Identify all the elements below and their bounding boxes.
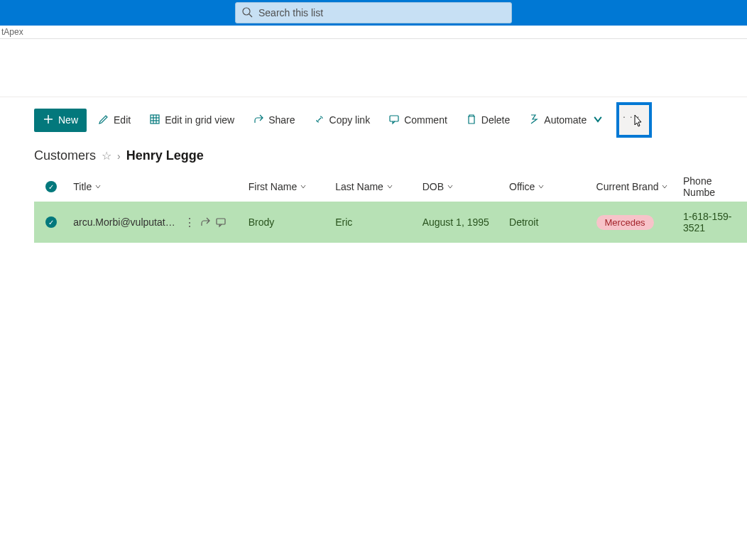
header-phone-label: Phone Numbe <box>683 175 741 198</box>
header-spacer <box>0 39 747 97</box>
pencil-icon <box>98 114 109 127</box>
svg-rect-10 <box>217 219 225 224</box>
copy-link-label: Copy link <box>329 114 371 126</box>
chevron-down-icon <box>300 183 307 190</box>
breadcrumb: Customers ☆ › Henry Legge <box>0 143 747 172</box>
table-row[interactable]: ✓ arcu.Morbi@vulputatedu... ⋮ Brody Eric… <box>34 202 747 243</box>
delete-button[interactable]: Delete <box>459 109 517 131</box>
svg-line-1 <box>249 14 252 17</box>
automate-label: Automate <box>544 114 587 126</box>
top-bar <box>0 0 747 26</box>
header-dob[interactable]: DOB <box>417 181 503 192</box>
brand-pill: Mercedes <box>596 215 654 230</box>
comment-label: Comment <box>404 114 447 126</box>
trash-icon <box>466 114 477 127</box>
header-phone[interactable]: Phone Numbe <box>677 175 747 198</box>
header-title-label: Title <box>73 181 92 192</box>
new-button[interactable]: New <box>34 109 87 132</box>
table-header: ✓ Title First Name Last Name DOB Office … <box>34 172 747 202</box>
link-icon <box>314 114 325 127</box>
grid-icon <box>149 114 160 127</box>
breadcrumb-list[interactable]: Customers <box>34 148 96 163</box>
svg-rect-9 <box>390 116 398 121</box>
chevron-down-icon <box>386 183 393 190</box>
cell-last-name-text: Eric <box>335 216 352 228</box>
star-icon[interactable]: ☆ <box>102 149 111 163</box>
command-bar: New Edit Edit in grid view Share Copy li… <box>0 97 747 143</box>
chevron-down-icon <box>538 183 545 190</box>
more-actions-highlight[interactable]: · · · <box>616 102 652 138</box>
more-vertical-icon[interactable]: ⋮ <box>184 216 195 229</box>
cell-last-name: Eric <box>329 216 416 228</box>
comment-button[interactable]: Comment <box>381 109 454 131</box>
new-label: New <box>58 114 78 126</box>
cell-title-text: arcu.Morbi@vulputatedu... <box>73 216 180 228</box>
header-current-brand[interactable]: Current Brand <box>591 181 677 192</box>
search-icon <box>241 6 253 20</box>
cell-first-name: Brody <box>243 216 329 228</box>
cell-phone-text: 1-618-159-3521 <box>683 211 741 234</box>
cell-title[interactable]: arcu.Morbi@vulputatedu... ⋮ <box>67 216 242 229</box>
chevron-down-icon <box>592 114 604 127</box>
header-title[interactable]: Title <box>67 181 242 192</box>
header-last-name-label: Last Name <box>335 181 383 192</box>
edit-button[interactable]: Edit <box>91 109 138 131</box>
cell-current-brand: Mercedes <box>591 215 677 230</box>
edit-label: Edit <box>114 114 131 126</box>
search-box[interactable] <box>235 2 512 23</box>
edit-grid-button[interactable]: Edit in grid view <box>142 109 241 131</box>
share-icon[interactable] <box>200 216 211 228</box>
cell-first-name-text: Brody <box>249 216 275 228</box>
check-icon: ✓ <box>45 181 57 192</box>
header-brand-label: Current Brand <box>596 181 659 192</box>
comment-icon <box>388 114 400 127</box>
cell-office: Detroit <box>503 216 590 228</box>
header-office-label: Office <box>509 181 535 192</box>
chevron-right-icon: › <box>117 150 121 162</box>
check-icon: ✓ <box>45 216 57 228</box>
flow-icon <box>528 114 540 127</box>
header-dob-label: DOB <box>422 181 444 192</box>
row-checkbox[interactable]: ✓ <box>34 216 67 228</box>
edit-grid-label: Edit in grid view <box>165 114 234 126</box>
list-table: ✓ Title First Name Last Name DOB Office … <box>0 172 747 243</box>
plus-icon <box>43 114 54 127</box>
automate-button[interactable]: Automate <box>521 109 611 131</box>
header-first-name-label: First Name <box>249 181 297 192</box>
header-first-name[interactable]: First Name <box>243 181 329 192</box>
delete-label: Delete <box>481 114 510 126</box>
cell-office-text: Detroit <box>509 216 538 228</box>
header-select-all[interactable]: ✓ <box>34 181 67 192</box>
share-button[interactable]: Share <box>246 109 302 131</box>
cell-dob-text: August 1, 1995 <box>422 216 489 228</box>
app-label: tApex <box>0 26 747 39</box>
comment-icon[interactable] <box>215 216 227 228</box>
header-office[interactable]: Office <box>503 181 590 192</box>
copy-link-button[interactable]: Copy link <box>307 109 378 131</box>
header-last-name[interactable]: Last Name <box>329 181 416 192</box>
chevron-down-icon <box>447 183 454 190</box>
share-label: Share <box>268 114 295 126</box>
pointer-cursor-icon <box>632 114 645 132</box>
share-icon <box>253 114 264 127</box>
svg-rect-4 <box>151 115 159 123</box>
breadcrumb-item: Henry Legge <box>126 148 204 163</box>
cell-phone: 1-618-159-3521 <box>677 211 747 234</box>
chevron-down-icon <box>661 183 668 190</box>
cell-dob: August 1, 1995 <box>417 216 503 228</box>
svg-point-0 <box>243 8 250 15</box>
chevron-down-icon <box>94 183 102 190</box>
search-input[interactable] <box>258 7 506 18</box>
